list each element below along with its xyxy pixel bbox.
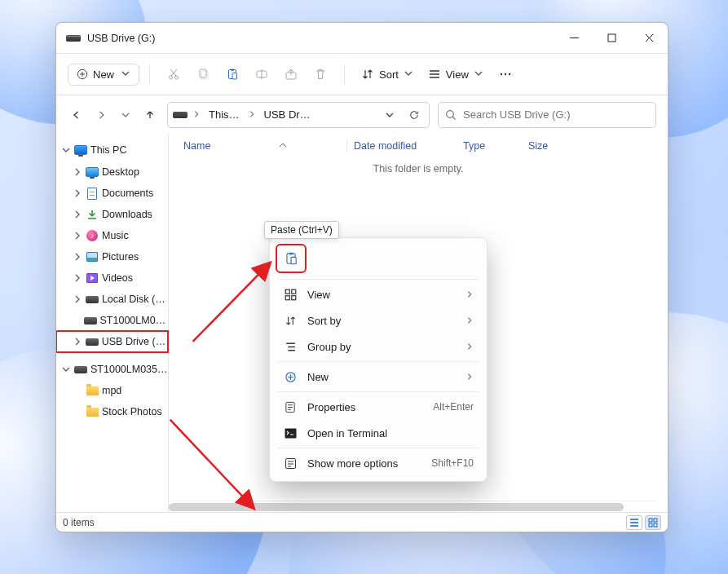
paste-tooltip: Paste (Ctrl+V) [264,221,339,239]
navigation-row: This… USB Dr… Search USB Drive (G:) [56,95,668,134]
sidebar-item-label: Music [102,230,129,241]
svg-rect-17 [649,523,652,527]
sidebar-item-usb-drive-g[interactable]: USB Drive (G:) [56,331,168,352]
column-name[interactable]: Name [183,140,346,152]
chevron-right-icon[interactable] [73,210,82,219]
up-button[interactable] [141,106,159,124]
sort-button[interactable]: Sort [355,64,420,85]
sidebar-item-local-disk-c[interactable]: Local Disk (C:) [56,289,168,310]
context-menu: View Sort by Group by New Properties Alt… [269,237,488,482]
column-label: Date modified [354,140,417,152]
column-date-modified[interactable]: Date modified [346,140,457,152]
minimize-button[interactable] [555,23,593,53]
paste-button[interactable] [218,60,246,88]
svg-rect-24 [285,295,289,299]
context-item-label: Group by [307,341,456,353]
address-bar[interactable]: This… USB Dr… [167,102,430,128]
new-button-label: New [93,68,114,81]
breadcrumb-usb-drive[interactable]: USB Dr… [259,105,315,124]
chevron-right-icon [465,371,474,383]
details-view-button[interactable] [626,515,642,530]
terminal-icon [283,428,298,439]
column-headers: Name Date modified Type Size [169,134,668,158]
svg-rect-16 [654,519,657,522]
scrollbar-thumb[interactable] [169,503,624,511]
svg-rect-20 [289,253,293,255]
share-button[interactable] [277,60,305,88]
copy-button[interactable] [189,60,217,88]
context-item-label: Open in Terminal [307,427,474,439]
new-button[interactable]: New [68,64,139,86]
chevron-right-icon[interactable] [73,231,82,241]
sidebar-item-videos[interactable]: Videos [56,267,168,289]
context-properties[interactable]: Properties Alt+Enter [275,394,482,420]
context-show-more-options[interactable]: Show more options Shift+F10 [275,450,482,476]
sidebar-item-st-drive-i[interactable]: ST1000LM035 (I [56,310,168,331]
navigation-pane[interactable]: This PC Desktop Documents [56,134,169,512]
sidebar-item-downloads[interactable]: Downloads [56,204,168,225]
maximize-button[interactable] [593,23,630,53]
context-item-label: View [307,289,456,301]
close-button[interactable] [630,23,668,53]
search-input[interactable]: Search USB Drive (G:) [438,102,656,128]
sidebar-item-label: Documents [102,188,153,199]
empty-folder-text: This folder is empty. [169,163,668,174]
cut-button[interactable] [160,60,188,88]
chevron-right-icon[interactable] [73,337,82,347]
context-item-label: Sort by [307,315,456,327]
chevron-down-icon[interactable] [61,364,71,374]
chevron-right-icon[interactable] [192,108,201,121]
sidebar-item-st-drive-d[interactable]: ST1000LM035 (D: [56,359,168,380]
sidebar-item-label: ST1000LM035 (D: [90,364,168,375]
hdd-icon [86,293,99,306]
svg-rect-8 [232,73,237,80]
back-button[interactable] [68,106,86,124]
context-sort-by[interactable]: Sort by [275,307,482,333]
address-dropdown-button[interactable] [378,104,401,126]
monitor-icon [86,166,99,179]
sidebar-item-desktop[interactable]: Desktop [56,161,168,183]
horizontal-scrollbar[interactable] [169,501,656,512]
sidebar-item-stock-photos[interactable]: Stock Photos [56,401,168,422]
context-new[interactable]: New [275,364,482,390]
context-view[interactable]: View [275,281,482,307]
chevron-down-icon[interactable] [61,145,71,155]
sidebar-item-documents[interactable]: Documents [56,183,168,204]
sidebar-item-label: USB Drive (G:) [102,336,168,347]
recent-button[interactable] [117,106,135,124]
separator [278,279,479,280]
sidebar-item-this-pc[interactable]: This PC [56,139,168,161]
plus-circle-icon [283,371,298,383]
chevron-right-icon[interactable] [73,188,82,198]
titlebar[interactable]: USB Drive (G:) [56,23,668,53]
chevron-right-icon[interactable] [73,167,82,177]
context-open-terminal[interactable]: Open in Terminal [275,420,482,446]
forward-button[interactable] [92,106,110,124]
more-button[interactable] [492,60,519,88]
monitor-icon [74,144,87,157]
thumbnails-view-button[interactable] [645,515,661,530]
sort-indicator-icon [279,140,287,152]
svg-point-11 [501,73,502,75]
context-group-by[interactable]: Group by [275,333,482,360]
refresh-button[interactable] [403,104,426,126]
view-button[interactable]: View [421,64,490,85]
sidebar-item-pictures[interactable]: Pictures [56,246,168,267]
chevron-right-icon[interactable] [73,252,82,262]
context-paste-button[interactable] [276,245,306,272]
command-bar: New Sort View [56,53,668,95]
chevron-right-icon[interactable] [73,294,82,304]
music-icon: ♪ [86,229,99,242]
svg-point-13 [509,73,510,75]
sidebar-item-mpd[interactable]: mpd [56,380,168,401]
column-size[interactable]: Size [522,140,548,152]
column-type[interactable]: Type [457,140,522,152]
sidebar-item-music[interactable]: ♪ Music [56,225,168,246]
rename-button[interactable] [248,60,276,88]
delete-button[interactable] [307,60,334,88]
pictures-icon [86,250,99,263]
column-label: Name [183,140,210,152]
breadcrumb-this-pc[interactable]: This… [204,105,245,124]
chevron-right-icon[interactable] [73,273,82,283]
chevron-right-icon[interactable] [248,108,256,121]
